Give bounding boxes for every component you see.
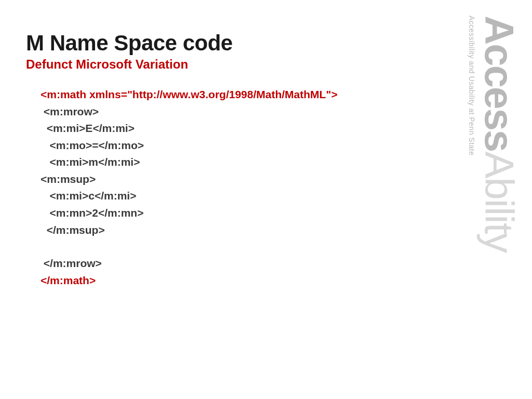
code-line-2: <m:mrow>: [41, 103, 426, 121]
code-line-8: <m:mn>2</m:mn>: [41, 205, 426, 222]
slide-content: M Name Space code Defunct Microsoft Vari…: [0, 0, 457, 289]
logo-main: AccessAbility: [480, 16, 518, 252]
code-line-6: <m:msup>: [41, 171, 426, 188]
code-open-prefix: <m:math: [41, 88, 89, 100]
logo-part-ability: Ability: [476, 151, 522, 252]
blank-line: [41, 238, 426, 255]
code-open-attr: xmlns="http://www.w3.org/1998/Math/MathM…: [89, 88, 331, 100]
slide-title: M Name Space code: [26, 31, 426, 55]
code-line-close: </m:math>: [41, 272, 426, 289]
code-line-10: </m:mrow>: [41, 255, 426, 272]
code-line-5: <m:mi>m</m:mi>: [41, 154, 426, 171]
code-line-7: <m:mi>c</m:mi>: [41, 188, 426, 205]
logo-part-access: Access: [476, 16, 522, 151]
code-line-3: <m:mi>E</m:mi>: [41, 120, 426, 137]
code-line-open: <m:math xmlns="http://www.w3.org/1998/Ma…: [41, 86, 426, 103]
logo-tagline: Accessibility and Usability at Penn Stat…: [468, 16, 476, 156]
code-line-4: <m:mo>=</m:mo>: [41, 137, 426, 154]
code-line-9: </m:msup>: [41, 222, 426, 239]
code-open-suffix: >: [331, 88, 337, 100]
code-block: <m:math xmlns="http://www.w3.org/1998/Ma…: [26, 86, 426, 289]
slide-subtitle: Defunct Microsoft Variation: [26, 57, 426, 72]
brand-logo: Accessibility and Usability at Penn Stat…: [466, 16, 523, 379]
